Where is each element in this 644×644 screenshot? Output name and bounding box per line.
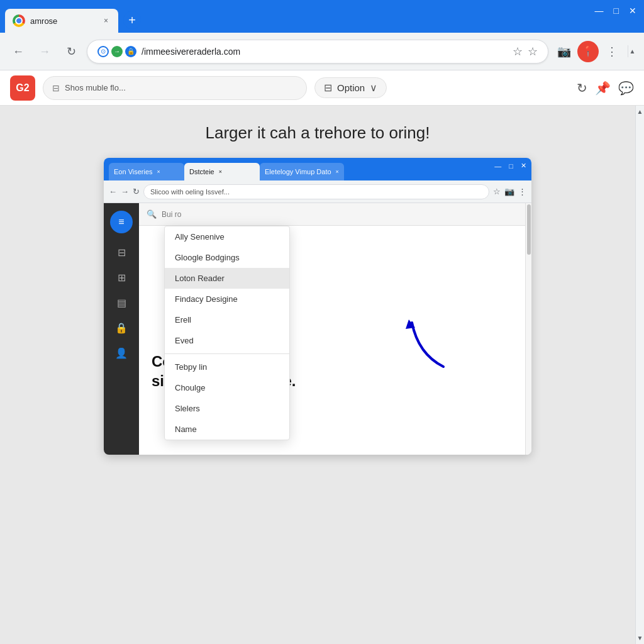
inner-back-icon: ← bbox=[109, 187, 117, 196]
inner-title-bar: — □ ✕ Eon Viseries × Dstcteie × Eletelog… bbox=[104, 158, 531, 180]
inner-sidebar-item-5: 👤 bbox=[110, 341, 133, 364]
inner-main-header: 🔍 Bui ro bbox=[139, 203, 525, 226]
pin-button[interactable]: 📌 bbox=[595, 80, 611, 96]
close-button[interactable]: ✕ bbox=[629, 6, 636, 15]
chevron-down-icon: ∨ bbox=[370, 82, 377, 94]
dropdown-item-findacy[interactable]: Findacy Desigine bbox=[165, 289, 289, 309]
inner-scroll-thumb[interactable] bbox=[527, 204, 531, 255]
inner-sidebar-item-1: ⊟ bbox=[110, 241, 133, 264]
location-icon-button[interactable]: 📍 bbox=[577, 41, 599, 62]
dropdown-item-name[interactable]: Name bbox=[165, 419, 289, 440]
bookmark-star-icon[interactable]: ☆ bbox=[513, 45, 523, 58]
page-scroll-up-icon[interactable]: ▲ bbox=[636, 108, 644, 115]
option-label: Option bbox=[337, 82, 365, 93]
extension-toolbar: G2 ⊟ Shos muble flo... ⊟ Option ∨ ↻ 📌 💬 bbox=[0, 70, 644, 106]
inner-tab-1: Eon Viseries × bbox=[109, 163, 184, 180]
inner-address-bar: Slicoo with oeling Issvef... bbox=[143, 184, 489, 199]
inner-search-text: Bui ro bbox=[162, 210, 181, 219]
tab-close-icon[interactable]: × bbox=[101, 15, 111, 26]
inner-close-icon: ✕ bbox=[521, 162, 526, 170]
dropdown-item-slelers[interactable]: Slelers bbox=[165, 398, 289, 419]
page-content-area: Larger it cah a trehore to oring! — □ ✕ … bbox=[0, 106, 635, 644]
active-tab[interactable]: amrose × bbox=[5, 9, 118, 33]
inner-tab-2: Dstcteie × bbox=[184, 163, 260, 180]
inner-screenshot-icon: 📷 bbox=[504, 187, 514, 196]
inner-more-icon: ⋮ bbox=[518, 187, 526, 196]
site-info-icon: ⊙ bbox=[97, 46, 109, 57]
search-icon: ⊟ bbox=[52, 83, 60, 93]
inner-minimize-icon: — bbox=[494, 162, 501, 170]
page-right-scrollbar: ▲ ▼ bbox=[635, 106, 644, 644]
inner-browser-screenshot: — □ ✕ Eon Viseries × Dstcteie × Eletelog… bbox=[104, 158, 531, 455]
forward-button[interactable]: → bbox=[34, 41, 55, 62]
inner-tab-3: Eletelogy Vimup Dato × bbox=[260, 163, 344, 180]
ext-toolbar-buttons: ↻ 📌 💬 bbox=[577, 80, 634, 96]
inner-tab1-close-icon: × bbox=[157, 169, 160, 175]
page-scroll-down-icon[interactable]: ▼ bbox=[636, 635, 644, 641]
inner-tab1-label: Eon Viseries bbox=[114, 168, 153, 175]
search-placeholder-text: Shos muble flo... bbox=[65, 83, 297, 92]
dropdown-item-eved[interactable]: Eved bbox=[165, 330, 289, 351]
nav-toolbar: ← → ↻ ⊙ → 🔒 /immeesivereraderla.com ☆ ☆ … bbox=[0, 33, 644, 70]
inner-tab2-label: Dstcteie bbox=[189, 168, 214, 175]
scroll-up-arrow[interactable]: ▲ bbox=[628, 48, 636, 55]
back-button[interactable]: ← bbox=[8, 41, 29, 62]
tab-title: amrose bbox=[30, 16, 96, 26]
dropdown-item-gloogle[interactable]: Gloogle Bodgings bbox=[165, 247, 289, 268]
title-bar: — □ ✕ amrose × + bbox=[0, 0, 644, 33]
inner-app-logo: ≡ bbox=[110, 211, 133, 233]
lock-icon: 🔒 bbox=[125, 46, 136, 57]
address-bar[interactable]: ⊙ → 🔒 /immeesivereraderla.com ☆ ☆ bbox=[87, 40, 548, 64]
page-headline: Larger it cah a trehore to oring! bbox=[206, 123, 430, 143]
g2-logo: G2 bbox=[10, 75, 35, 101]
inner-bookmark-icon: ☆ bbox=[493, 187, 501, 196]
inner-sidebar-item-2: ⊞ bbox=[110, 266, 133, 289]
dropdown-item-choulge[interactable]: Choulge bbox=[165, 377, 289, 398]
dropdown-item-tebpy[interactable]: Tebpy lin bbox=[165, 357, 289, 377]
inner-address-text: Slicoo with oeling Issvef... bbox=[150, 188, 230, 196]
inner-scrollbar bbox=[525, 203, 531, 455]
option-dropdown[interactable]: ⊟ Option ∨ bbox=[314, 77, 387, 98]
inner-tab2-close-icon: × bbox=[219, 169, 222, 175]
more-options-button[interactable]: ⋮ bbox=[601, 41, 623, 62]
address-text: /immeesivereraderla.com bbox=[142, 47, 508, 57]
inner-sidebar-item-4: 🔒 bbox=[110, 316, 133, 339]
inner-browser-body: ≡ ⊟ ⊞ ▤ 🔒 👤 🔍 Bui ro bbox=[104, 203, 531, 455]
inner-forward-icon: → bbox=[121, 187, 129, 196]
window-controls: — □ ✕ bbox=[595, 6, 636, 15]
inner-sidebar: ≡ ⊟ ⊞ ▤ 🔒 👤 bbox=[104, 203, 139, 455]
maximize-button[interactable]: □ bbox=[614, 6, 619, 15]
inner-nav-toolbar: ← → ↻ Slicoo with oeling Issvef... ☆ 📷 ⋮ bbox=[104, 180, 531, 203]
inner-tab3-close-icon: × bbox=[336, 169, 339, 175]
new-tab-button[interactable]: + bbox=[123, 11, 141, 29]
option-icon: ⊟ bbox=[324, 82, 332, 94]
minimize-button[interactable]: — bbox=[595, 6, 604, 15]
inner-window-controls: — □ ✕ bbox=[494, 162, 526, 170]
inner-sidebar-item-3: ▤ bbox=[110, 291, 133, 314]
inner-toolbar-actions: ☆ 📷 ⋮ bbox=[493, 187, 526, 196]
refresh-ext-button[interactable]: ↻ bbox=[577, 80, 587, 96]
camera-icon-button[interactable]: 📷 bbox=[553, 41, 575, 62]
dropdown-item-ally[interactable]: Ally Senenive bbox=[165, 226, 289, 247]
context-dropdown-menu[interactable]: Ally Senenive Gloogle Bodgings Loton Rea… bbox=[164, 226, 290, 440]
dropdown-item-loton[interactable]: Loton Reader bbox=[165, 268, 289, 289]
inner-maximize-icon: □ bbox=[509, 162, 513, 170]
browser-window: — □ ✕ amrose × + ← → ↻ ⊙ → 🔒 /immeesiver… bbox=[0, 0, 644, 644]
inner-main-pane: 🔍 Bui ro Ally Senenive Gloogle Bodgings … bbox=[139, 203, 525, 455]
dropdown-divider bbox=[165, 353, 289, 354]
extension-search-bar[interactable]: ⊟ Shos muble flo... bbox=[43, 76, 307, 100]
dropdown-item-erell[interactable]: Erell bbox=[165, 309, 289, 330]
chrome-favicon-icon bbox=[13, 14, 25, 27]
right-scrollbar: ▲ bbox=[628, 45, 636, 57]
reload-button[interactable]: ↻ bbox=[60, 41, 82, 62]
toolbar-actions: 📷 📍 ⋮ bbox=[553, 41, 623, 62]
chat-button[interactable]: 💬 bbox=[618, 80, 634, 96]
inner-tab3-label: Eletelogy Vimup Dato bbox=[265, 168, 331, 175]
main-content: Larger it cah a trehore to oring! — □ ✕ … bbox=[0, 106, 644, 644]
security-icons: ⊙ → 🔒 bbox=[97, 46, 136, 57]
inner-search-icon: 🔍 bbox=[147, 209, 157, 219]
bookmark-star2-icon[interactable]: ☆ bbox=[528, 45, 538, 58]
inner-reload-icon: ↻ bbox=[133, 187, 140, 196]
green-status-icon: → bbox=[111, 46, 123, 57]
